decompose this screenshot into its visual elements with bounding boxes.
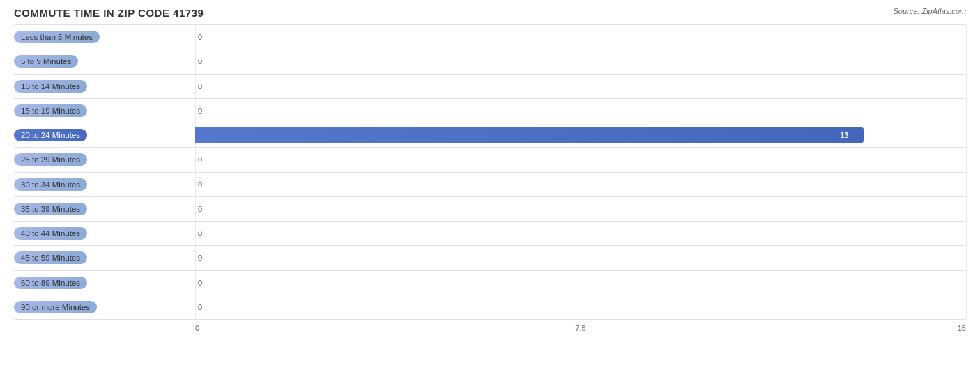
bar-area: 0	[195, 25, 966, 49]
label-pill: 45 to 59 Minutes	[14, 251, 87, 264]
label-pill: 15 to 19 Minutes	[14, 104, 87, 117]
bar-track: 0	[195, 300, 966, 315]
bar-value: 0	[198, 57, 202, 65]
label-pill: 60 to 89 Minutes	[14, 277, 87, 289]
x-axis: 07.515	[195, 323, 966, 334]
bar-row: 30 to 34 Minutes0	[14, 173, 966, 197]
label-pill: 40 to 44 Minutes	[14, 227, 87, 240]
bar-row: 5 to 9 Minutes0	[14, 49, 966, 74]
bar-value: 0	[198, 229, 202, 238]
bar-value: 0	[198, 303, 202, 311]
bar-area: 0	[195, 148, 966, 171]
label-area: 45 to 59 Minutes	[14, 251, 195, 264]
bar-area: 0	[195, 49, 966, 73]
bar-track: 0	[195, 250, 966, 265]
bar-row: 40 to 44 Minutes0	[14, 222, 966, 246]
bar-track: 0	[195, 103, 966, 118]
bar-track: 13	[195, 127, 966, 143]
bar-row: 90 or more Minutes0	[14, 295, 966, 320]
bar-track: 0	[195, 177, 966, 192]
chart-container: COMMUTE TIME IN ZIP CODE 41739 Source: Z…	[0, 0, 980, 365]
bar-row: 10 to 14 Minutes0	[14, 75, 966, 99]
label-area: 10 to 14 Minutes	[14, 80, 195, 93]
bar-row: 20 to 24 Minutes13	[14, 123, 966, 148]
label-pill: 90 or more Minutes	[14, 301, 97, 313]
bar-track: 0	[195, 79, 966, 94]
bar-track: 0	[195, 201, 966, 217]
x-axis-label: 7.5	[575, 324, 585, 332]
bar-row: 45 to 59 Minutes0	[14, 246, 966, 270]
bar-value: 0	[198, 279, 202, 287]
label-area: 40 to 44 Minutes	[14, 227, 195, 240]
bar-track: 0	[195, 226, 966, 241]
label-pill: 30 to 34 Minutes	[14, 178, 87, 191]
bar-area: 0	[195, 197, 966, 221]
bar-track: 0	[195, 54, 966, 69]
bar-row: 25 to 29 Minutes0	[14, 148, 966, 172]
chart-source: Source: ZipAtlas.com	[893, 7, 966, 15]
bar-value: 0	[198, 107, 202, 115]
label-pill: 20 to 24 Minutes	[14, 129, 87, 141]
label-area: 35 to 39 Minutes	[14, 203, 195, 215]
label-pill: 10 to 14 Minutes	[14, 80, 87, 93]
bar-area: 0	[195, 173, 966, 196]
bar-fill	[195, 127, 864, 143]
bar-area: 0	[195, 246, 966, 270]
bar-value: 0	[198, 180, 202, 189]
bar-row: 15 to 19 Minutes0	[14, 99, 966, 123]
bar-row: 60 to 89 Minutes0	[14, 271, 966, 295]
chart-title: COMMUTE TIME IN ZIP CODE 41739	[14, 7, 966, 19]
bar-track: 0	[195, 152, 966, 167]
bar-row: Less than 5 Minutes0	[14, 24, 966, 49]
bar-track: 0	[195, 275, 966, 290]
label-pill: 35 to 39 Minutes	[14, 203, 87, 215]
bar-value: 0	[198, 254, 202, 262]
bar-area: 13	[195, 123, 966, 147]
label-area: 60 to 89 Minutes	[14, 277, 195, 289]
bar-area: 0	[195, 99, 966, 123]
bar-area: 0	[195, 295, 966, 319]
bar-area: 0	[195, 75, 966, 98]
bar-value: 0	[198, 155, 202, 164]
bar-value: 13	[840, 131, 848, 139]
label-area: 20 to 24 Minutes	[14, 129, 195, 141]
label-area: Less than 5 Minutes	[14, 31, 195, 43]
bar-area: 0	[195, 222, 966, 245]
label-pill: 25 to 29 Minutes	[14, 153, 87, 166]
label-area: 30 to 34 Minutes	[14, 178, 195, 191]
bar-area: 0	[195, 271, 966, 295]
label-area: 90 or more Minutes	[14, 301, 195, 313]
label-pill: Less than 5 Minutes	[14, 31, 100, 43]
label-area: 15 to 19 Minutes	[14, 104, 195, 117]
label-area: 25 to 29 Minutes	[14, 153, 195, 166]
label-area: 5 to 9 Minutes	[14, 55, 195, 68]
x-axis-label: 15	[958, 324, 966, 332]
bar-track: 0	[195, 29, 966, 45]
x-axis-label: 0	[195, 324, 199, 332]
chart-area: Less than 5 Minutes05 to 9 Minutes010 to…	[14, 24, 966, 320]
label-pill: 5 to 9 Minutes	[14, 55, 78, 68]
bar-value: 0	[198, 205, 202, 213]
bar-row: 35 to 39 Minutes0	[14, 197, 966, 222]
bar-value: 0	[198, 33, 202, 41]
bar-value: 0	[198, 82, 202, 91]
